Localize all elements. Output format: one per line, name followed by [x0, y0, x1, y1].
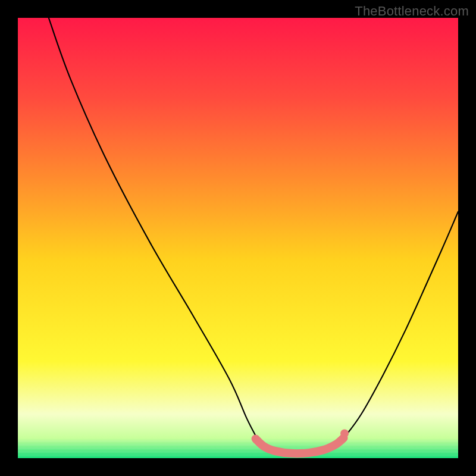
chart-canvas — [18, 18, 458, 458]
chart-frame: TheBottleneck.com — [0, 0, 476, 476]
bottom-stripe — [18, 451, 458, 453]
valley-right-dot — [340, 430, 349, 438]
bottom-stripe — [18, 447, 458, 449]
plot-area — [18, 18, 458, 458]
watermark-text: TheBottleneck.com — [355, 4, 469, 19]
gradient-background — [18, 18, 458, 458]
bottom-stripe — [18, 440, 458, 442]
bottom-stripe — [18, 455, 458, 456]
bottom-stripe — [18, 444, 458, 446]
